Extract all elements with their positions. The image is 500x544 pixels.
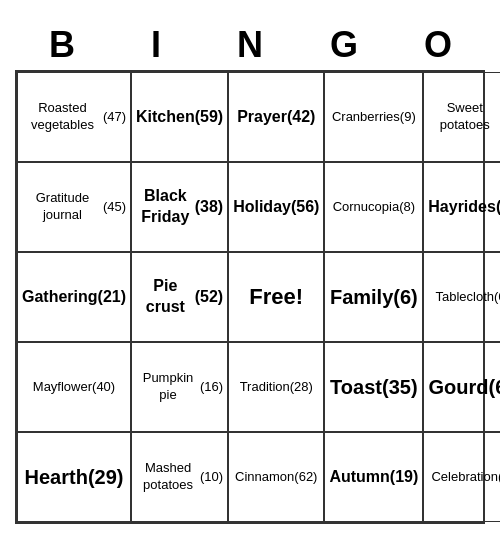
cell-number: (59) <box>195 107 223 128</box>
cell-label: Cinnamon <box>235 469 294 486</box>
cell-number: (42) <box>287 107 315 128</box>
bingo-cell: Toast(35) <box>324 342 423 432</box>
bingo-cell: Hayrides(74) <box>423 162 500 252</box>
cell-label: Mashed potatoes <box>136 460 200 494</box>
bingo-cell: Tradition(28) <box>228 342 324 432</box>
cell-label: Holiday <box>233 197 291 218</box>
cell-number: (68) <box>494 289 500 306</box>
cell-number: (40) <box>92 379 115 396</box>
cell-label: Cornucopia <box>333 199 400 216</box>
bingo-grid: Roasted vegetables(47)Kitchen(59)Prayer(… <box>15 70 485 524</box>
cell-label: Celebration <box>431 469 498 486</box>
cell-number: (52) <box>195 287 223 308</box>
cell-number: (16) <box>200 379 223 396</box>
cell-label: Roasted vegetables <box>22 100 103 134</box>
cell-label: Autumn <box>329 467 389 488</box>
cell-number: (35) <box>382 374 418 400</box>
bingo-cell: Free! <box>228 252 324 342</box>
cell-label: Tradition <box>240 379 290 396</box>
cell-label: Pie crust <box>136 276 195 318</box>
cell-number: (21) <box>98 287 126 308</box>
cell-label: Tablecloth <box>435 289 494 306</box>
cell-number: (62) <box>294 469 317 486</box>
bingo-cell: Black Friday(38) <box>131 162 228 252</box>
bingo-cell: Autumn(19) <box>324 432 423 522</box>
bingo-header: BINGO <box>15 20 485 70</box>
header-letter: I <box>109 20 203 70</box>
cell-number: (29) <box>88 464 124 490</box>
bingo-cell: Mashed potatoes(10) <box>131 432 228 522</box>
cell-number: (28) <box>290 379 313 396</box>
cell-number: (19) <box>390 467 418 488</box>
bingo-cell: Pumpkin pie(16) <box>131 342 228 432</box>
bingo-cell: Holiday(56) <box>228 162 324 252</box>
bingo-cell: Family(6) <box>324 252 423 342</box>
cell-number: (10) <box>200 469 223 486</box>
cell-label: Hayrides <box>428 197 496 218</box>
cell-number: (9) <box>400 109 416 126</box>
cell-label: Gratitude journal <box>22 190 103 224</box>
cell-number: (8) <box>399 199 415 216</box>
header-letter: G <box>297 20 391 70</box>
cell-number: (45) <box>103 199 126 216</box>
bingo-cell: Sweet potatoes(11) <box>423 72 500 162</box>
bingo-cell: Hearth(29) <box>17 432 131 522</box>
bingo-cell: Gourd(64) <box>423 342 500 432</box>
bingo-cell: Cranberries(9) <box>324 72 423 162</box>
cell-number: (64) <box>489 374 500 400</box>
cell-number: (74) <box>496 197 500 218</box>
header-letter: O <box>391 20 485 70</box>
bingo-cell: Roasted vegetables(47) <box>17 72 131 162</box>
cell-label: Toast <box>330 374 382 400</box>
cell-number: (38) <box>195 197 223 218</box>
cell-number: (56) <box>291 197 319 218</box>
cell-label: Family <box>330 284 393 310</box>
cell-label: Hearth <box>25 464 88 490</box>
bingo-cell: Pie crust(52) <box>131 252 228 342</box>
cell-number: (47) <box>103 109 126 126</box>
cell-label: Cranberries <box>332 109 400 126</box>
bingo-cell: Prayer(42) <box>228 72 324 162</box>
bingo-cell: Gathering(21) <box>17 252 131 342</box>
bingo-cell: Kitchen(59) <box>131 72 228 162</box>
cell-label: Gathering <box>22 287 98 308</box>
cell-label: Sweet potatoes <box>428 100 500 134</box>
header-letter: N <box>203 20 297 70</box>
cell-label: Prayer <box>237 107 287 128</box>
cell-label: Black Friday <box>136 186 195 228</box>
cell-label: Mayflower <box>33 379 92 396</box>
cell-label: Gourd <box>429 374 489 400</box>
bingo-cell: Mayflower(40) <box>17 342 131 432</box>
bingo-cell: Cinnamon(62) <box>228 432 324 522</box>
bingo-cell: Cornucopia(8) <box>324 162 423 252</box>
bingo-cell: Celebration(20) <box>423 432 500 522</box>
header-letter: B <box>15 20 109 70</box>
bingo-cell: Tablecloth(68) <box>423 252 500 342</box>
cell-label: Kitchen <box>136 107 195 128</box>
cell-label: Pumpkin pie <box>136 370 200 404</box>
bingo-cell: Gratitude journal(45) <box>17 162 131 252</box>
cell-number: (6) <box>393 284 417 310</box>
